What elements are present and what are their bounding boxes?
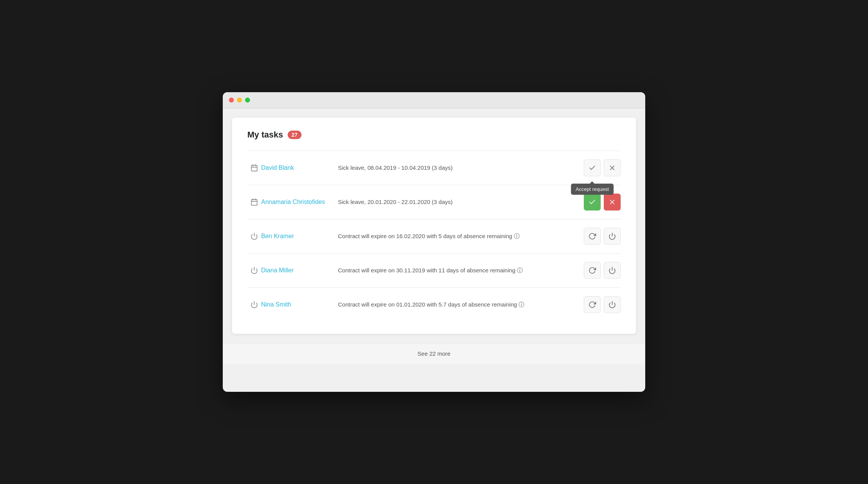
close-window-button[interactable]: [229, 98, 234, 103]
terminate-button-ben-kramer[interactable]: [604, 228, 621, 245]
task-name-ben-kramer[interactable]: Ben Kramer: [261, 233, 330, 240]
action-wrapper-power-ben-kramer: [604, 228, 621, 245]
task-name-annamaria-christofides[interactable]: Annamaria Christofides: [261, 199, 330, 206]
task-row-david-blank: David BlankSick leave, 08.04.2019 - 10.0…: [247, 151, 621, 185]
task-row-nina-smith: Nina SmithContract will expire on 01.01.…: [247, 288, 621, 322]
tasks-count-badge: 27: [288, 131, 301, 139]
task-actions-diana-miller: [584, 262, 621, 279]
svg-rect-6: [252, 199, 257, 205]
terminate-button-diana-miller[interactable]: [604, 262, 621, 279]
renew-button-ben-kramer[interactable]: [584, 228, 601, 245]
task-row-ben-kramer: Ben KramerContract will expire on 16.02.…: [247, 219, 621, 254]
accept-button-annamaria-christofides[interactable]: [584, 194, 601, 211]
action-wrapper-power-nina-smith: [604, 296, 621, 313]
task-description-nina-smith: Contract will expire on 01.01.2020 with …: [330, 300, 584, 309]
task-row-annamaria-christofides: Annamaria ChristofidesSick leave, 20.01.…: [247, 185, 621, 219]
see-more-button[interactable]: See 22 more: [223, 343, 645, 364]
task-name-david-blank[interactable]: David Blank: [261, 164, 330, 171]
terminate-button-nina-smith[interactable]: [604, 296, 621, 313]
svg-rect-0: [252, 165, 257, 171]
maximize-window-button[interactable]: [245, 98, 250, 103]
task-description-annamaria-christofides: Sick leave, 20.01.2020 - 22.01.2020 (3 d…: [330, 198, 584, 207]
accept-request-tooltip: Accept request: [571, 184, 614, 195]
window-content: My tasks 27 David BlankSick leave, 08.04…: [232, 118, 636, 334]
task-actions-nina-smith: [584, 296, 621, 313]
reject-button-david-blank[interactable]: [604, 159, 621, 176]
accept-button-david-blank[interactable]: [584, 159, 601, 176]
tasks-list: David BlankSick leave, 08.04.2019 - 10.0…: [247, 151, 621, 322]
task-actions-ben-kramer: [584, 228, 621, 245]
task-description-david-blank: Sick leave, 08.04.2019 - 10.04.2019 (3 d…: [330, 164, 584, 172]
renew-button-diana-miller[interactable]: [584, 262, 601, 279]
page-header: My tasks 27: [247, 130, 621, 140]
task-name-diana-miller[interactable]: Diana Miller: [261, 267, 330, 274]
power-icon-ben-kramer: [247, 232, 261, 240]
minimize-window-button[interactable]: [237, 98, 242, 103]
action-wrapper-check-david-blank: Accept request: [584, 159, 601, 176]
power-icon-diana-miller: [247, 267, 261, 274]
mac-window: My tasks 27 David BlankSick leave, 08.04…: [223, 92, 645, 392]
task-name-nina-smith[interactable]: Nina Smith: [261, 301, 330, 308]
titlebar: [223, 92, 645, 108]
page-title: My tasks: [247, 130, 283, 140]
task-row-diana-miller: Diana MillerContract will expire on 30.1…: [247, 254, 621, 288]
action-wrapper-refresh-ben-kramer: [584, 228, 601, 245]
action-wrapper-check-annamaria-christofides: [584, 194, 601, 211]
action-wrapper-refresh-diana-miller: [584, 262, 601, 279]
power-icon-nina-smith: [247, 301, 261, 308]
action-wrapper-close-david-blank: [604, 159, 621, 176]
task-description-diana-miller: Contract will expire on 30.11.2019 with …: [330, 266, 584, 275]
calendar-icon-annamaria-christofides: [247, 198, 261, 206]
action-wrapper-refresh-nina-smith: [584, 296, 601, 313]
task-description-ben-kramer: Contract will expire on 16.02.2020 with …: [330, 232, 584, 241]
task-actions-david-blank: Accept request: [584, 159, 621, 176]
action-wrapper-power-diana-miller: [604, 262, 621, 279]
calendar-icon-david-blank: [247, 164, 261, 172]
task-actions-annamaria-christofides: [584, 194, 621, 211]
reject-button-annamaria-christofides[interactable]: [604, 194, 621, 211]
action-wrapper-close-annamaria-christofides: [604, 194, 621, 211]
renew-button-nina-smith[interactable]: [584, 296, 601, 313]
